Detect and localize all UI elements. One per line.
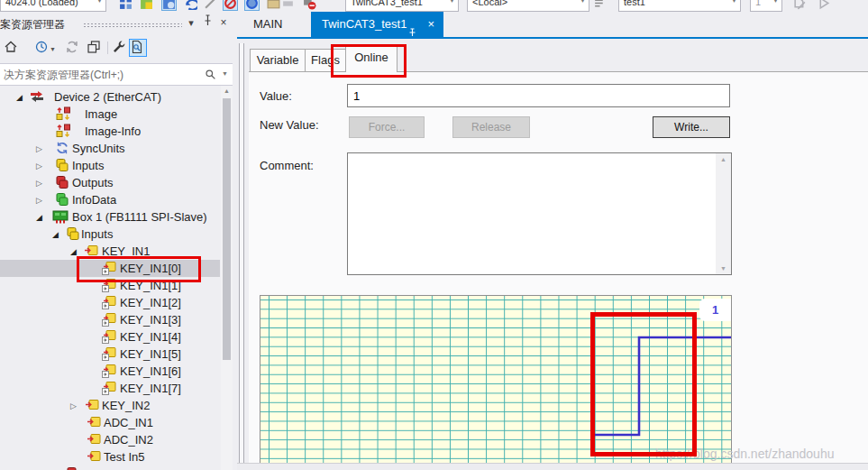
chevron-down-icon: ▼ xyxy=(731,0,737,9)
block-red-icon[interactable] xyxy=(303,0,316,10)
tree-item-infodata[interactable]: ▷InfoData xyxy=(0,191,220,208)
tab-flags[interactable]: Flags xyxy=(305,49,346,71)
tree-item-inputs[interactable]: ▷Inputs xyxy=(0,157,220,174)
tree-item-partial[interactable] xyxy=(0,465,220,470)
tree-item-label: Inputs xyxy=(72,159,104,172)
folder-icon[interactable] xyxy=(267,0,280,10)
tree-item-outputs[interactable]: ▷Outputs xyxy=(0,174,220,191)
tree-item-key-in1-2-[interactable]: KEY_IN1[2] xyxy=(0,294,220,311)
comment-textarea[interactable] xyxy=(348,153,717,274)
home-icon[interactable] xyxy=(4,40,20,56)
tree-item-adc-in1[interactable]: ADC_IN1 xyxy=(0,414,220,431)
close-icon[interactable]: × xyxy=(216,14,231,31)
page-scrollbar[interactable] xyxy=(239,43,244,463)
start-icon[interactable] xyxy=(817,0,830,10)
expander-expanded-icon[interactable]: ◢ xyxy=(52,229,63,240)
expander-expanded-icon[interactable]: ◢ xyxy=(36,212,47,223)
search-icon[interactable] xyxy=(205,68,216,84)
chevron-down-icon[interactable]: ▾ xyxy=(184,14,198,31)
var-input-element-icon xyxy=(102,329,116,344)
value-input[interactable] xyxy=(347,84,730,107)
tree-item-adc-in2[interactable]: ADC_IN2 xyxy=(0,431,220,448)
tree-item-key-in2[interactable]: ▷KEY_IN2 xyxy=(0,397,220,414)
tree-item-image[interactable]: Image xyxy=(0,106,220,123)
tree-item-key-in1-3-[interactable]: KEY_IN1[3] xyxy=(0,311,220,328)
chevron-down-icon[interactable]: ▼ xyxy=(50,40,57,56)
var-input-icon xyxy=(87,415,101,429)
login-icon[interactable] xyxy=(793,0,807,10)
value-label: Value: xyxy=(260,89,292,103)
tab-variable[interactable]: Variable xyxy=(250,49,306,71)
pending-changes-icon[interactable] xyxy=(34,40,50,56)
var-input-element-icon xyxy=(102,278,116,292)
expander-collapsed-icon[interactable]: ▷ xyxy=(36,161,47,171)
scrollbar-thumb[interactable] xyxy=(223,98,231,360)
tab-main[interactable]: MAIN xyxy=(244,12,292,37)
tree-item-key-in1-1-[interactable]: KEY_IN1[1] xyxy=(0,277,220,294)
runtime-version-combobox[interactable]: 4024.0 (Loaded)▼ xyxy=(0,0,106,12)
pin-icon[interactable] xyxy=(408,21,416,46)
wand-icon[interactable] xyxy=(204,0,217,10)
expander-expanded-icon[interactable]: ◢ xyxy=(16,92,27,103)
tree-item-key-in1-5-[interactable]: KEY_IN1[5] xyxy=(0,346,220,363)
horizontal-scrollbar[interactable] xyxy=(237,463,868,470)
tree-item-device-2-ethercat-[interactable]: ◢Device 2 (EtherCAT) xyxy=(0,88,220,106)
preview-selected-items-icon[interactable] xyxy=(130,40,146,56)
tree-item-box-1-fb1111-spi-slave-[interactable]: ◢Box 1 (FB1111 SPI-Slave) xyxy=(0,208,220,226)
force-button[interactable]: Force... xyxy=(349,116,425,138)
tab-twincat3-test1[interactable]: TwinCAT3_test1 × xyxy=(311,12,443,37)
expander-collapsed-icon[interactable]: ▷ xyxy=(36,143,47,154)
properties-wrench-icon[interactable] xyxy=(112,40,128,56)
tree-item-label: Image xyxy=(85,107,117,121)
grid-icon[interactable] xyxy=(119,0,132,10)
link-icon[interactable] xyxy=(281,0,295,10)
task-combobox[interactable]: test1▼ xyxy=(618,0,741,12)
tree-item-label: KEY_IN1[3] xyxy=(120,313,181,327)
tree-item-label: Outputs xyxy=(72,176,114,189)
tree-item-syncunits[interactable]: ▷SyncUnits xyxy=(0,140,220,157)
tree-item-key-in1-0-[interactable]: KEY_IN1[0] xyxy=(0,260,220,277)
comment-label: Comment: xyxy=(260,159,314,172)
panel-header[interactable]: 案资源管理器 ▾ × xyxy=(0,12,233,36)
chevron-down-icon: ▼ xyxy=(772,0,779,9)
chevron-down-icon: ▼ xyxy=(96,0,103,9)
gear-green-icon[interactable] xyxy=(140,0,153,10)
main-toolbar: 4024.0 (Loaded)▼ TwinCAT3_test1▼ <Local>… xyxy=(0,0,868,12)
chevron-down-icon[interactable]: ▼ xyxy=(222,70,228,77)
expander-expanded-icon[interactable]: ◢ xyxy=(70,246,81,257)
comment-scrollbar[interactable]: ▲ ▼ xyxy=(716,153,731,274)
expander-collapsed-icon[interactable]: ▷ xyxy=(36,178,47,189)
tree-item-inputs[interactable]: ◢Inputs xyxy=(0,226,220,243)
collapse-all-icon[interactable] xyxy=(87,40,103,56)
tree-item-key-in1-7-[interactable]: KEY_IN1[7] xyxy=(0,380,220,397)
target-system-combobox[interactable]: TwinCAT3_test1▼ xyxy=(345,0,459,12)
scroll-up-icon[interactable]: ▲ xyxy=(716,156,731,162)
scroll-up-icon[interactable]: ▲ xyxy=(221,88,233,94)
undo-icon[interactable] xyxy=(184,0,197,10)
tree-item-key-in1[interactable]: ◢KEY_IN1 xyxy=(0,243,220,260)
refresh-icon[interactable] xyxy=(65,40,81,56)
release-button[interactable]: Release xyxy=(452,116,530,138)
attach-icon[interactable] xyxy=(593,0,607,10)
pin-icon[interactable] xyxy=(200,14,215,31)
separator xyxy=(107,41,108,54)
comment-field: ▲ ▼ xyxy=(347,152,732,275)
tree-item-image-info[interactable]: Image-Info xyxy=(0,123,220,140)
freerun-icon[interactable] xyxy=(224,0,237,10)
expander-collapsed-icon[interactable]: ▷ xyxy=(70,401,81,411)
close-icon[interactable]: × xyxy=(427,12,434,37)
tree-item-key-in1-6-[interactable]: KEY_IN1[6] xyxy=(0,363,220,380)
tree-item-label: KEY_IN1[7] xyxy=(120,382,181,395)
tree-item-test-in5[interactable]: Test In5 xyxy=(0,448,220,465)
search-input[interactable] xyxy=(2,65,199,84)
mini-combobox[interactable]: 1▼ xyxy=(750,0,782,12)
scope-combobox[interactable]: <Local>▼ xyxy=(467,0,589,12)
tree-scrollbar[interactable]: ▲ xyxy=(221,86,233,470)
run-mode-icon[interactable] xyxy=(245,0,259,10)
gear-blue-icon[interactable] xyxy=(162,0,176,10)
scroll-down-icon[interactable]: ▼ xyxy=(716,265,731,272)
expander-collapsed-icon[interactable]: ▷ xyxy=(36,195,47,206)
write-button[interactable]: Write... xyxy=(653,116,730,138)
tree-item-key-in1-4-[interactable]: KEY_IN1[4] xyxy=(0,328,220,346)
tab-online[interactable]: Online xyxy=(345,46,397,72)
